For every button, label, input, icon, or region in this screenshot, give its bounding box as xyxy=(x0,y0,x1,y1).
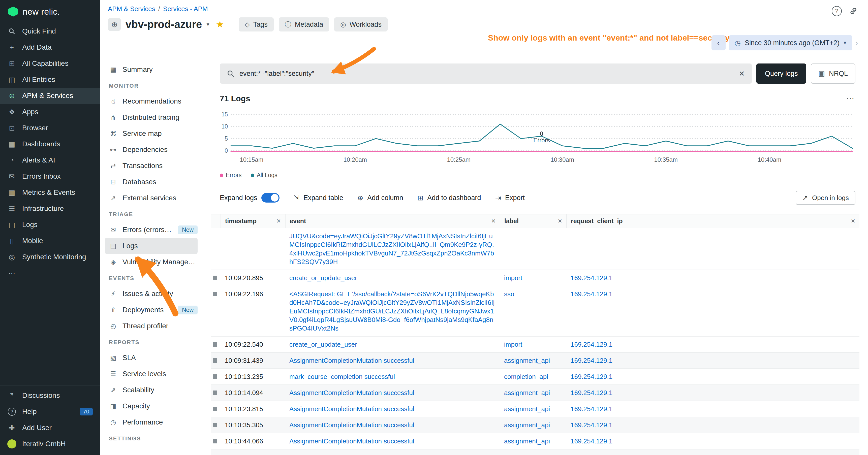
column-header-event[interactable]: event✕ xyxy=(285,214,500,228)
subnav-item-sla[interactable]: ▧SLA xyxy=(100,350,203,366)
clear-query-icon[interactable]: ✕ xyxy=(739,69,744,78)
subnav-item-distributed-tracing[interactable]: ⋔Distributed tracing xyxy=(100,109,203,126)
sidebar-item-alerts-ai[interactable]: ◔Alerts & AI xyxy=(0,152,100,168)
chart-options-icon[interactable]: ⋯ xyxy=(846,94,856,103)
log-row[interactable]: 10:10:35.305AssignmentCompletionMutation… xyxy=(211,417,860,433)
subnav-item-service-map[interactable]: ⌘Service map xyxy=(100,126,203,141)
legend-item-all-logs[interactable]: All Logs xyxy=(251,172,278,178)
sidebar-item-mobile[interactable]: ▯Mobile xyxy=(0,233,100,249)
sidebar-footer-item-add-user[interactable]: ✚Add User xyxy=(0,420,100,436)
subnav-item-dependencies[interactable]: ⊶Dependencies xyxy=(100,141,203,158)
sidebar-item-all-entities[interactable]: ◫All Entities xyxy=(0,71,100,88)
log-label-link[interactable]: assignment_api xyxy=(504,404,562,413)
sidebar-item-logs[interactable]: ▤Logs xyxy=(0,217,100,233)
log-row[interactable]: 10:10:44.066AssignmentCompletionMutation… xyxy=(211,433,860,449)
query-logs-button[interactable]: Query logs xyxy=(756,64,806,84)
log-event-link[interactable]: AssignmentCompletionMutation successful xyxy=(289,421,496,429)
sidebar-footer-item-discussions[interactable]: ❞Discussions xyxy=(0,388,100,403)
log-label-link[interactable]: completion_api xyxy=(504,372,562,381)
log-event-link[interactable]: AssignmentCompletionMutation successful xyxy=(289,437,496,446)
log-event-link[interactable]: AssignmentCompletionMutation successful xyxy=(289,356,496,365)
log-event-link[interactable]: JUQVU&code=eyJraWQiOiJjcGltY29yZV8wOTl1M… xyxy=(289,232,496,266)
log-event-link[interactable]: create_or_update_user xyxy=(289,340,496,349)
sidebar-item-infrastructure[interactable]: ☰Infrastructure xyxy=(0,200,100,217)
sidebar-item-apm-services[interactable]: ⊕APM & Services xyxy=(0,88,100,104)
subnav-item-databases[interactable]: ⊟Databases xyxy=(100,174,203,190)
sidebar-item-quick-find[interactable]: Quick Find xyxy=(0,23,100,39)
log-request-client-ip-link[interactable]: 169.254.129.1 xyxy=(570,290,856,298)
remove-column-icon[interactable]: ✕ xyxy=(277,218,281,225)
export-button[interactable]: ⇥ Export xyxy=(495,194,525,202)
time-back-button[interactable]: ‹ xyxy=(712,35,725,51)
log-label-link[interactable]: sso xyxy=(504,290,562,298)
log-row[interactable]: 10:10:23.815AssignmentCompletionMutation… xyxy=(211,401,860,417)
log-row[interactable]: 10:09:22.196<ASGIRequest: GET '/sso/call… xyxy=(211,286,860,336)
sidebar-item-metrics-events[interactable]: ▥Metrics & Events xyxy=(0,185,100,200)
log-event-link[interactable]: <ASGIRequest: GET '/sso/callback/?state=… xyxy=(289,290,496,332)
log-request-client-ip-link[interactable]: 169.254.129.1 xyxy=(570,421,856,429)
subnav-item-deployments[interactable]: ⇧DeploymentsNew xyxy=(100,302,203,318)
open-in-logs-button[interactable]: ↗ Open in logs xyxy=(796,191,856,205)
log-event-link[interactable]: mark_course_completion successful xyxy=(289,453,496,455)
expand-table-button[interactable]: ⇲ Expand table xyxy=(293,194,343,202)
subnav-item-performance[interactable]: ◷Performance xyxy=(100,414,203,430)
subnav-item-capacity[interactable]: ◨Capacity xyxy=(100,398,203,414)
add-column-button[interactable]: ⊕ Add column xyxy=(358,194,403,202)
log-row[interactable]: 10:10:49.051mark_course_completion succe… xyxy=(211,449,860,455)
entity-switcher-chevron-icon[interactable]: ▾ xyxy=(207,21,209,28)
time-range-button[interactable]: ◷ Since 30 minutes ago (GMT+2) ▾ xyxy=(728,35,852,51)
sidebar-item-apps[interactable]: ❖Apps xyxy=(0,104,100,120)
log-label-link[interactable]: import xyxy=(504,273,562,282)
log-request-client-ip-link[interactable]: 169.254.129.1 xyxy=(570,372,856,381)
remove-column-icon[interactable]: ✕ xyxy=(851,218,856,225)
sidebar-item-all-capabilities[interactable]: ⊞All Capabilities xyxy=(0,56,100,71)
subnav-item-logs[interactable]: ▤Logs xyxy=(105,238,197,254)
log-request-client-ip-link[interactable]: 169.254.129.1 xyxy=(570,356,856,365)
help-icon[interactable]: ? xyxy=(832,6,842,16)
sidebar-item-browser[interactable]: ⊡Browser xyxy=(0,120,100,136)
tags-button[interactable]: ◇Tags xyxy=(239,18,274,32)
sidebar-item-dashboards[interactable]: ▦Dashboards xyxy=(0,136,100,152)
subnav-item-issues-activity[interactable]: ⚡Issues & activity xyxy=(100,286,203,302)
log-label-link[interactable]: completion_api xyxy=(504,453,562,455)
column-header-label[interactable]: label✕ xyxy=(500,214,566,228)
add-to-dashboard-button[interactable]: ⊞ Add to dashboard xyxy=(417,194,481,202)
sidebar-item-more[interactable]: ⋯ xyxy=(0,265,100,281)
breadcrumb-link-apm-services[interactable]: APM & Services xyxy=(108,5,155,12)
log-event-link[interactable]: create_or_update_user xyxy=(289,273,496,282)
column-header-timestamp[interactable]: timestamp✕ xyxy=(221,214,285,228)
log-query-bar[interactable]: ✕ xyxy=(220,64,752,84)
log-request-client-ip-link[interactable]: 169.254.129.1 xyxy=(570,389,856,397)
log-request-client-ip-link[interactable]: 169.254.129.1 xyxy=(570,453,856,455)
log-query-input[interactable] xyxy=(240,70,734,77)
subnav-item-vulnerability-management[interactable]: ◈Vulnerability Management xyxy=(100,254,203,270)
log-row[interactable]: 10:10:14.094AssignmentCompletionMutation… xyxy=(211,385,860,401)
time-forward-button[interactable]: › xyxy=(856,38,858,47)
log-row[interactable]: JUQVU&code=eyJraWQiOiJjcGltY29yZV8wOTl1M… xyxy=(211,228,860,270)
sidebar-item-synthetic-monitoring[interactable]: ◎Synthetic Monitoring xyxy=(0,249,100,265)
subnav-item-errors-errors-inb[interactable]: ✉Errors (errors inb...New xyxy=(100,222,203,238)
subnav-item-scalability[interactable]: ⇗Scalability xyxy=(100,382,203,398)
subnav-item-thread-profiler[interactable]: ◴Thread profiler xyxy=(100,318,203,334)
log-row[interactable]: 10:10:13.235mark_course_completion succe… xyxy=(211,368,860,385)
permalink-icon[interactable] xyxy=(849,6,858,15)
breadcrumb-link-services-apm[interactable]: Services - APM xyxy=(163,5,208,12)
sidebar-item-errors-inbox[interactable]: ✉Errors Inbox xyxy=(0,168,100,185)
log-request-client-ip-link[interactable]: 169.254.129.1 xyxy=(570,340,856,349)
entity-title[interactable]: vbv-prod-azure xyxy=(125,19,202,31)
sidebar-footer-item-help[interactable]: ?Help70 xyxy=(0,403,100,420)
subnav-item-transactions[interactable]: ⇄Transactions xyxy=(100,158,203,174)
subnav-item-recommendations[interactable]: ☝Recommendations xyxy=(100,93,203,109)
expand-logs-control[interactable]: Expand logs xyxy=(220,193,279,202)
expand-logs-toggle[interactable] xyxy=(261,193,279,202)
log-event-link[interactable]: AssignmentCompletionMutation successful xyxy=(289,389,496,397)
nrql-button[interactable]: ▣ NRQL xyxy=(811,64,856,84)
remove-column-icon[interactable]: ✕ xyxy=(558,218,562,225)
log-label-link[interactable]: assignment_api xyxy=(504,356,562,365)
log-request-client-ip-link[interactable]: 169.254.129.1 xyxy=(570,273,856,282)
remove-column-icon[interactable]: ✕ xyxy=(491,218,496,225)
sidebar-item-add-data[interactable]: +Add Data xyxy=(0,39,100,56)
log-row[interactable]: 10:09:31.439AssignmentCompletionMutation… xyxy=(211,353,860,368)
sidebar-footer-item-iterativ-gmbh[interactable]: Iterativ GmbH xyxy=(0,436,100,452)
log-row[interactable]: 10:09:20.895create_or_update_userimport1… xyxy=(211,270,860,286)
